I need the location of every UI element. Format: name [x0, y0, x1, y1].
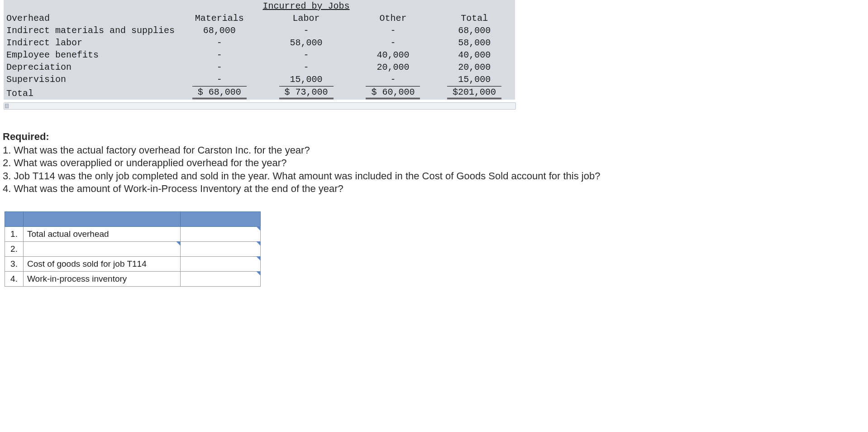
table-row: Indirect labor - 58,000 - 58,000: [4, 37, 515, 49]
required-heading: Required:: [3, 130, 868, 143]
table-row: Supervision - 15,000 - 15,000: [4, 73, 515, 86]
answer-input[interactable]: [181, 271, 261, 286]
answer-row: 4. Work-in-process inventory: [5, 271, 261, 286]
answer-header-blank: [181, 211, 261, 226]
answer-input[interactable]: [181, 256, 261, 271]
col-other: Other: [353, 12, 434, 24]
required-item: 1. What was the actual factory overhead …: [3, 144, 868, 157]
col-overhead: Overhead: [4, 12, 179, 24]
required-item: 3. Job T114 was the only job completed a…: [3, 170, 868, 182]
span-header: Incurred by Jobs: [260, 0, 353, 12]
answer-input[interactable]: [181, 241, 261, 256]
col-labor: Labor: [260, 12, 353, 24]
table-row: Indirect materials and supplies 68,000 -…: [4, 24, 515, 37]
table-row: Depreciation - - 20,000 20,000: [4, 61, 515, 73]
answer-header-blank: [5, 211, 24, 226]
col-total: Total: [434, 12, 515, 24]
answer-table: 1. Total actual overhead 2. 3. Cost of g…: [5, 211, 261, 287]
horizontal-scrollbar[interactable]: [4, 102, 516, 110]
answer-row: 2.: [5, 241, 261, 256]
answer-label: Work-in-process inventory: [24, 271, 181, 286]
answer-label: Cost of goods sold for job T114: [24, 256, 181, 271]
answer-label-input[interactable]: [24, 241, 181, 256]
answer-row: 1. Total actual overhead: [5, 226, 261, 241]
answer-input[interactable]: [181, 226, 261, 241]
required-item: 2. What was overapplied or underapplied …: [3, 157, 868, 169]
answer-row: 3. Cost of goods sold for job T114: [5, 256, 261, 271]
col-materials: Materials: [179, 12, 260, 24]
answer-header-blank: [24, 211, 181, 226]
table-total-row: Total $ 68,000 $ 73,000 $ 60,000 $201,00…: [4, 86, 515, 100]
table-row: Employee benefits - - 40,000 40,000: [4, 49, 515, 61]
required-item: 4. What was the amount of Work-in-Proces…: [3, 182, 868, 195]
required-block: Required: 1. What was the actual factory…: [3, 130, 868, 195]
overhead-table: Incurred by Jobs Overhead Materials Labo…: [4, 0, 515, 100]
answer-label: Total actual overhead: [24, 226, 181, 241]
